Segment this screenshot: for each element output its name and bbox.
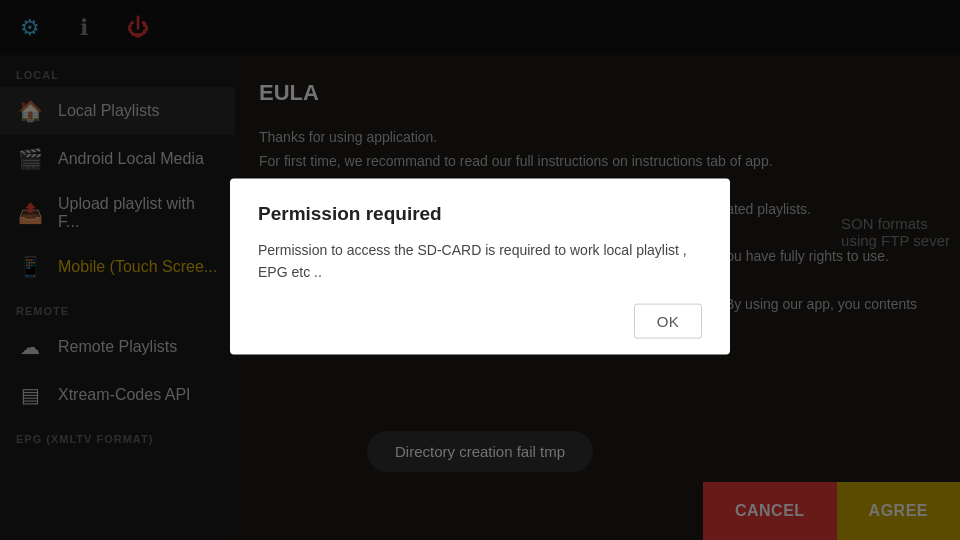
dialog-title: Permission required	[258, 203, 702, 225]
permission-dialog: Permission required Permission to access…	[230, 179, 730, 355]
dialog-body: Permission to access the SD-CARD is requ…	[258, 239, 702, 284]
dialog-actions: OK	[258, 303, 702, 338]
dialog-ok-button[interactable]: OK	[634, 303, 702, 338]
